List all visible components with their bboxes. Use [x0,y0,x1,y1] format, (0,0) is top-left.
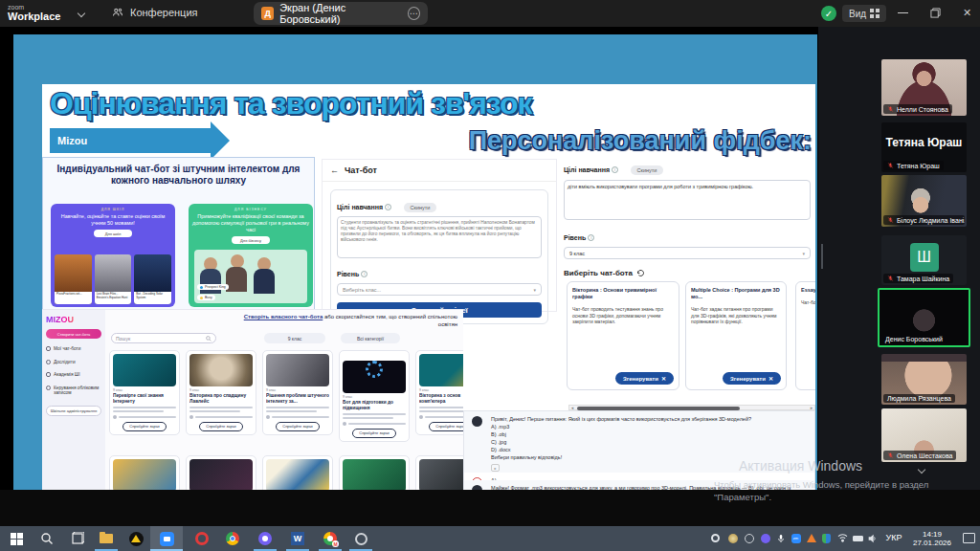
try-now-button[interactable]: Спробуйте зараз [429,422,463,431]
search-icon[interactable] [38,530,56,547]
sparkle-icon: ✕ [661,375,666,382]
opera-icon[interactable] [193,530,211,547]
tray-zoom-icon[interactable]: zm [791,533,801,543]
gallery-card[interactable]: 9 клас Вікторина про спадщину Лавлейс Сп… [186,350,256,435]
card-image-team [113,459,176,492]
try-now-button[interactable]: Спробуйте зараз [352,429,396,438]
school-admin-pill[interactable]: Шкільне адміністрування [46,406,101,416]
taskbar-clock[interactable]: 14:19 27.01.2026 [905,530,959,547]
reset-button[interactable]: Скинути [631,165,664,175]
grade-filter[interactable]: 9 клас [264,333,325,343]
participant-tile-active-speaker[interactable]: Денис Боровський [878,288,970,347]
promo-schools-tag: ДЛЯ ШКІЛ [55,208,171,211]
scrollbar-thumb[interactable] [577,407,740,410]
info-icon[interactable]: i [588,234,594,241]
view-button[interactable]: Вид [842,5,886,22]
tray-security-icon[interactable] [821,533,832,543]
participant-tile[interactable]: Олена Шестакова [881,408,967,462]
tray-mic-icon[interactable] [775,533,786,543]
sidebar-item-explore[interactable]: Дослідити [46,360,101,365]
action-center-icon[interactable] [963,533,975,543]
tray-wifi-icon[interactable] [837,533,848,543]
create-chatbot-button[interactable]: Створити чат-бота [46,329,101,339]
generate-button[interactable]: Згенерувати✕ [615,372,674,385]
security-shield-icon[interactable]: ✓ [821,6,836,21]
gallery-card[interactable]: 9 клас Вікторина з основ комп'ютера Спро… [415,350,463,435]
tab-shared-screen[interactable]: Д Экран (Денис Боровський) ⋯ [254,2,428,25]
chrome-icon[interactable] [224,530,241,547]
participant-tile[interactable]: Людмила Рязанцева [881,354,967,405]
collapse-participants-icon[interactable] [918,466,925,474]
tray-volume-icon[interactable] [866,533,877,543]
sidebar-item-ai-academy[interactable]: Академія ШІ [46,372,101,378]
participant-name: Нелли Стоянова [897,106,948,113]
card-grade-tag: 9 клас [266,388,329,392]
participant-tile[interactable]: Ш Тамара Шайкина [881,235,967,285]
participant-tile[interactable]: Нелли Стоянова [881,59,967,116]
try-now-button[interactable]: Спробуйте зараз [276,422,320,431]
info-icon[interactable]: i [612,166,618,173]
tray-viber-icon[interactable] [760,533,770,543]
audio-icon[interactable]: ▸ [491,464,500,472]
minimize-button[interactable] [898,12,908,13]
opera-gx-icon[interactable] [352,530,369,547]
tab-meeting[interactable]: Конференция [111,6,197,19]
refresh-icon[interactable] [636,269,645,277]
card-title: Перевірте свої знання Інтернету [113,393,176,404]
business-people-image: Prospect King Busy [194,250,307,303]
sidebar-item-my-chatbots[interactable]: Мої чат-боти [46,346,101,352]
gmail-chrome-icon[interactable]: M [322,530,339,547]
promo-schools-button[interactable]: Для шкіл [94,230,132,237]
participant-tile[interactable]: Тетяна Юраш Тетяна Юраш [881,122,967,172]
sidebar-scrollbar[interactable] [821,244,823,269]
zoom-app-icon[interactable] [158,530,175,547]
answer-option: A) .mp3 [491,423,807,430]
tray-app-icon[interactable] [744,533,754,543]
card-author [189,415,253,419]
gallery-card[interactable]: 9 клас Рішення проблем штучного інтелект… [262,350,333,435]
people-badge: Prospect King [197,284,229,290]
word-icon[interactable]: W [289,530,306,547]
create-own-bot-link[interactable]: Створіть власного чат-бота [244,314,323,320]
chevron-down-icon[interactable] [78,10,85,17]
level-select[interactable]: 9 клас▾ [564,247,811,259]
tray-app-icon[interactable] [806,533,816,543]
info-icon[interactable]: i [385,204,391,210]
sidebar-item-account[interactable]: Керування обліковим записом [46,386,101,396]
tray-opera-icon[interactable] [710,533,721,543]
goals-textarea[interactable]: Студенти проаналізують та оцінять страте… [337,216,542,258]
task-view-icon[interactable] [69,530,86,547]
bot-thumbnail: Bot - Decoding Solar System [134,254,171,304]
sidebar-item-label: Дослідити [54,360,76,365]
chatbot-form-title: Чат-бот [345,165,377,175]
search-placeholder: Пошук [116,336,130,342]
promo-business-button[interactable]: Для бізнесу [232,236,270,244]
promo-business-tag: ДЛЯ БІЗНЕСУ [192,208,309,211]
try-now-button[interactable]: Спробуйте зараз [199,422,243,431]
reset-button[interactable]: Скинути [404,203,437,212]
restore-button[interactable] [930,8,941,18]
viber-icon[interactable] [256,530,274,547]
zoom-workplace-logo: zoom Workplace [8,4,60,22]
generate-button[interactable]: Згенерувати✕ [723,372,781,385]
start-button[interactable] [8,530,25,547]
try-now-button[interactable]: Спробуйте зараз [122,422,167,431]
avatar [266,415,270,419]
goals-textarea[interactable]: діти вміють використовувати програми для… [564,180,811,220]
muted-mic-icon [887,275,894,282]
level-select[interactable]: Виберіть клас...▾ [337,283,542,296]
tray-battery-icon[interactable] [853,533,863,543]
close-button[interactable]: ✕ [963,7,971,19]
info-icon[interactable]: i [361,271,368,277]
gallery-card[interactable]: 9 клас Бот для підготовки до підвищення … [339,350,410,442]
aimp-icon[interactable] [127,530,145,547]
category-filter[interactable]: Всі категорії [341,333,400,343]
participant-tile[interactable]: Білоус Людмила Івані... [881,175,967,227]
tray-app-icon[interactable] [727,533,738,543]
search-input[interactable]: Пошук [111,333,216,343]
gallery-card[interactable]: 9 клас Перевірте свої знання Інтернету С… [109,350,180,435]
tab-more-icon[interactable]: ⋯ [408,7,420,20]
file-explorer-icon[interactable] [98,530,115,547]
back-arrow-icon[interactable]: ← [330,165,339,175]
bot-card-desc: Чат-бот проводить тестування знань про о… [572,306,674,325]
